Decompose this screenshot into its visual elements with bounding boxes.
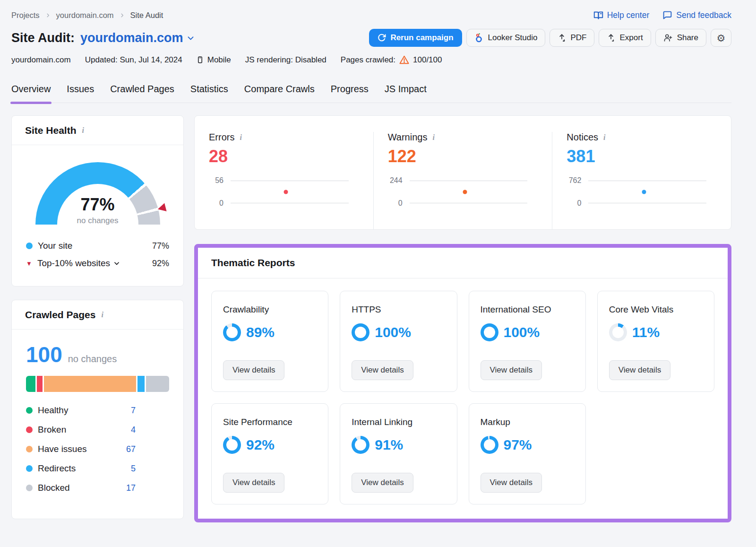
view-details-button[interactable]: View details [223, 473, 284, 493]
healthy-count-link[interactable]: 7 [131, 406, 136, 416]
book-icon [593, 10, 603, 20]
info-icon[interactable]: i [431, 133, 436, 142]
tab-js-impact[interactable]: JS Impact [385, 84, 427, 103]
tab-compare-crawls[interactable]: Compare Crawls [244, 84, 315, 103]
settings-button[interactable]: ⚙ [711, 29, 731, 47]
meta-pages-crawled: Pages crawled: 100/100 [341, 55, 442, 65]
info-icon[interactable]: i [100, 311, 104, 319]
rerun-campaign-button[interactable]: Rerun campaign [369, 29, 462, 47]
legend-row-blocked: Blocked 17 [26, 483, 136, 493]
warning-icon [399, 55, 409, 64]
breadcrumb: Projects yourdomain.com Site Audit [11, 11, 163, 20]
pdf-button[interactable]: PDF [550, 29, 594, 47]
user-plus-icon [663, 34, 673, 42]
share-button[interactable]: Share [655, 29, 706, 47]
view-details-button[interactable]: View details [609, 360, 670, 380]
redirects-count-link[interactable]: 5 [131, 464, 136, 474]
thematic-reports-grid: Crawlability 89% View details HTTPS 100% [198, 278, 728, 519]
site-performance-donut [223, 436, 241, 454]
red-dot-icon [26, 426, 33, 433]
tab-bar: Overview Issues Crawled Pages Statistics… [11, 84, 731, 103]
benchmark-dropdown[interactable]: Top-10% websites [37, 258, 120, 269]
upload-icon [607, 34, 615, 42]
crawlability-donut [223, 323, 241, 341]
errors-sparkline: 56 0 [209, 181, 360, 203]
thematic-card-site-performance: Site Performance 92% View details [211, 403, 328, 504]
thematic-card-international-seo: International SEO 100% View details [469, 291, 586, 392]
tab-crawled-pages[interactable]: Crawled Pages [110, 84, 174, 103]
legend-row-broken: Broken 4 [26, 425, 136, 435]
legend-row-healthy: Healthy 7 [26, 405, 136, 416]
site-health-card: Site Health i 77% no changes Your site [11, 115, 184, 287]
site-health-note: no changes [35, 216, 160, 226]
chevron-down-icon [187, 34, 195, 42]
looker-studio-icon [474, 33, 484, 43]
orange-dot-icon [26, 446, 33, 452]
view-details-button[interactable]: View details [481, 360, 542, 380]
info-icon[interactable]: i [602, 133, 607, 142]
blocked-count-link[interactable]: 17 [126, 483, 136, 493]
errors-count[interactable]: 28 [209, 147, 360, 166]
markup-donut [481, 436, 498, 454]
thematic-reports-title: Thematic Reports [211, 257, 714, 269]
bar-segment-have-issues [44, 376, 136, 392]
have-issues-count-link[interactable]: 67 [126, 444, 136, 454]
page-title: Site Audit: [11, 31, 75, 45]
blue-dot-icon [26, 465, 33, 472]
chevron-right-icon [120, 13, 125, 18]
crawled-pages-legend: Healthy 7 Broken 4 Have issues 67 [26, 405, 136, 493]
info-icon[interactable]: i [238, 133, 243, 142]
meta-row: yourdomain.com Updated: Sun, Jul 14, 202… [11, 55, 731, 65]
view-details-button[interactable]: View details [352, 360, 413, 380]
help-center-link[interactable]: Help center [593, 10, 650, 20]
thematic-card-internal-linking: Internal Linking 91% View details [340, 403, 457, 504]
tab-progress[interactable]: Progress [331, 84, 369, 103]
breadcrumb-projects[interactable]: Projects [11, 11, 40, 20]
campaign-selector[interactable]: yourdomain.com [80, 31, 195, 45]
gray-dot-icon [26, 485, 33, 491]
warnings-sparkline: 244 0 [388, 181, 539, 203]
crawled-pages-note: no changes [68, 354, 117, 365]
warnings-count[interactable]: 122 [388, 147, 539, 166]
crawled-pages-stacked-bar [26, 376, 169, 392]
info-icon[interactable]: i [81, 126, 86, 135]
thematic-card-core-web-vitals: Core Web Vitals 11% View details [597, 291, 714, 392]
crawled-pages-total: 100 [26, 342, 62, 367]
site-health-score: 77% [35, 195, 160, 215]
crawled-pages-title: Crawled Pages [25, 309, 95, 321]
thematic-card-markup: Markup 97% View details [469, 403, 586, 504]
internal-linking-donut [352, 436, 369, 454]
legend-row-redirects: Redirects 5 [26, 463, 136, 474]
tab-statistics[interactable]: Statistics [190, 84, 228, 103]
view-details-button[interactable]: View details [223, 360, 284, 380]
looker-studio-button[interactable]: Looker Studio [466, 29, 546, 47]
view-details-button[interactable]: View details [481, 473, 542, 493]
meta-js-rendering: JS rendering: Disabled [245, 55, 326, 65]
view-details-button[interactable]: View details [352, 473, 413, 493]
thematic-reports-section: Thematic Reports Crawlability 89% View d… [194, 244, 731, 522]
meta-domain: yourdomain.com [11, 55, 71, 65]
export-button[interactable]: Export [599, 29, 651, 47]
thematic-card-crawlability: Crawlability 89% View details [211, 291, 328, 392]
errors-data-point [284, 190, 288, 194]
top-links: Help center Send feedback [593, 10, 731, 20]
site-health-gauge: 77% no changes [35, 162, 160, 228]
bar-segment-healthy [26, 376, 35, 392]
title-row: Site Audit: yourdomain.com Rerun campaig… [11, 29, 731, 47]
site-health-title: Site Health [25, 125, 77, 136]
send-feedback-link[interactable]: Send feedback [662, 10, 731, 20]
breadcrumb-domain[interactable]: yourdomain.com [56, 11, 114, 20]
tab-overview[interactable]: Overview [11, 84, 51, 103]
core-web-vitals-donut [609, 323, 627, 341]
feedback-bubble-icon [662, 10, 672, 20]
international-seo-donut [481, 323, 498, 341]
tab-issues[interactable]: Issues [67, 84, 94, 103]
notices-panel: Notices i 381 762 0 [552, 132, 731, 229]
notices-count[interactable]: 381 [567, 147, 718, 166]
broken-count-link[interactable]: 4 [131, 425, 136, 435]
chevron-right-icon [45, 13, 51, 18]
meta-device: Mobile [197, 55, 231, 65]
green-dot-icon [26, 407, 33, 414]
legend-row-have-issues: Have issues 67 [26, 444, 136, 454]
legend-row-your-site: Your site 77% [26, 241, 169, 251]
